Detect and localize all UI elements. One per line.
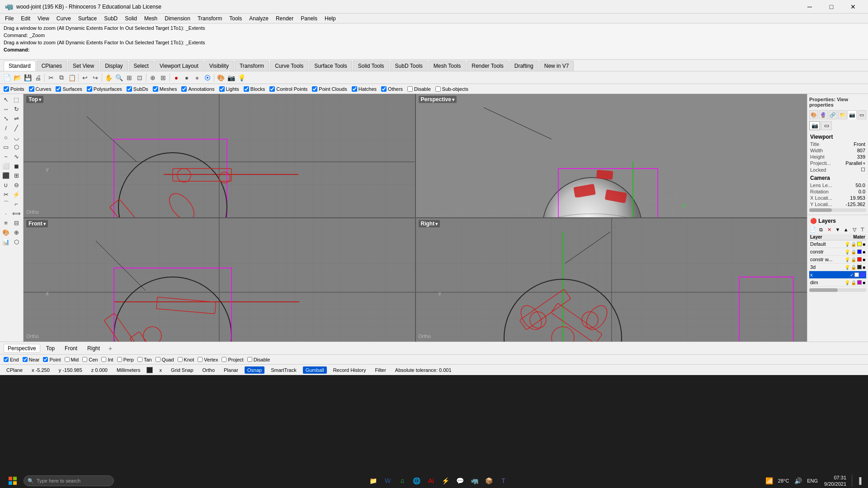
light-icon-constr[interactable]: 💡	[844, 249, 850, 254]
filter2-btn[interactable]: ⊤	[859, 226, 866, 233]
shade-icon[interactable]: ●	[182, 73, 192, 83]
viewport-right[interactable]: Right ▾	[416, 218, 807, 342]
zoom-sel-icon[interactable]: ⊡	[135, 73, 145, 83]
taskbar-lang[interactable]: ENG	[806, 474, 819, 487]
filter-point-clouds[interactable]: Point Clouds	[312, 86, 347, 92]
new-icon[interactable]: 📄	[2, 73, 12, 83]
color-dim[interactable]	[857, 280, 862, 285]
filter-control-points[interactable]: Control Points	[269, 86, 307, 92]
taskbar-spotify[interactable]: ♫	[396, 474, 409, 487]
toolbar-tab-surface-tools[interactable]: Surface Tools	[309, 61, 352, 71]
viewport-right-label[interactable]: Right ▾	[419, 220, 440, 227]
filter-disable[interactable]: Disable	[407, 86, 431, 92]
toolbar-tab-cplanes[interactable]: CPlanes	[37, 61, 67, 71]
ortho-btn[interactable]: Ortho	[200, 366, 218, 374]
move-down-btn[interactable]: ▼	[834, 226, 841, 233]
lock-icon-3d[interactable]: 🔒	[851, 265, 856, 270]
view-rect-btn[interactable]: ▭	[821, 121, 832, 130]
toolbar-tab-subd-tools[interactable]: SubD Tools	[390, 61, 428, 71]
hatch-tool[interactable]: ≡	[1, 218, 11, 227]
vp-tab-front[interactable]: Front	[61, 344, 81, 353]
taskbar-rhino[interactable]: 🦏	[468, 474, 481, 487]
filter-points[interactable]: Points	[4, 86, 24, 92]
menu-item-tools[interactable]: Tools	[226, 14, 245, 23]
polygon-tool[interactable]: ⬡	[11, 142, 21, 151]
snap-cen[interactable]: Cen	[82, 357, 98, 362]
toolbar-tab-viewport-layout[interactable]: Viewport Layout	[155, 61, 203, 71]
menu-item-file[interactable]: File	[2, 14, 16, 23]
taskbar-vscode[interactable]: ⚡	[439, 474, 452, 487]
layers-scrollbar-thumb[interactable]	[809, 288, 838, 292]
filter-surfaces[interactable]: Surfaces	[56, 86, 82, 92]
layer-item-3d[interactable]: 3d 💡 🔒 ■	[809, 263, 866, 271]
move-up-btn[interactable]: ▲	[842, 226, 849, 233]
redo-icon[interactable]: ↪	[90, 73, 100, 83]
props-tab-rect[interactable]: ▭	[858, 110, 866, 119]
trim-tool[interactable]: ✂	[1, 190, 11, 199]
layer-item-constr-w[interactable]: constr w... 💡 🔒 ■	[809, 256, 866, 263]
move-tool[interactable]: ↔	[1, 104, 11, 113]
layer-item-dim[interactable]: dim 💡 🔒 ■	[809, 279, 866, 286]
paste-icon[interactable]: 📋	[67, 73, 77, 83]
toolbar-tab-drafting[interactable]: Drafting	[509, 61, 538, 71]
menu-item-solid[interactable]: Solid	[122, 14, 140, 23]
save-icon[interactable]: 💾	[23, 73, 33, 83]
menu-item-help[interactable]: Help	[322, 14, 339, 23]
delete-layer-btn[interactable]: ✕	[826, 226, 833, 233]
taskbar-word[interactable]: W	[382, 474, 394, 487]
snap-project[interactable]: Project	[222, 357, 243, 362]
boolean-union-tool[interactable]: ∪	[1, 180, 11, 189]
vp-tab-right[interactable]: Right	[83, 344, 104, 353]
viewport-top-label[interactable]: Top ▾	[26, 96, 43, 103]
color-constr[interactable]	[857, 249, 862, 254]
color-3d[interactable]	[857, 265, 862, 269]
filter-hatches[interactable]: Hatches	[352, 86, 377, 92]
filter-others[interactable]: Others	[381, 86, 403, 92]
layer-item-x[interactable]: x ✓	[809, 271, 866, 279]
menu-item-curve[interactable]: Curve	[54, 14, 74, 23]
lock-icon-constrw[interactable]: 🔒	[851, 257, 856, 262]
menu-item-edit[interactable]: Edit	[18, 14, 33, 23]
filter-lights[interactable]: Lights	[219, 86, 239, 92]
taskbar-teams[interactable]: T	[497, 474, 510, 487]
filter-meshes[interactable]: Meshes	[153, 86, 177, 92]
viewport-perspective-label[interactable]: Perspective ▾	[419, 96, 457, 103]
color-default[interactable]	[857, 242, 862, 246]
lock-icon-dim[interactable]: 🔒	[851, 280, 856, 285]
taskbar-more[interactable]: 📦	[483, 474, 495, 487]
filter-blocks[interactable]: Blocks	[244, 86, 265, 92]
wire-icon[interactable]: ●	[171, 73, 181, 83]
taskbar-wechat[interactable]: 💬	[454, 474, 467, 487]
menu-item-transform[interactable]: Transform	[195, 14, 225, 23]
fillet-tool[interactable]: ⌒	[1, 199, 11, 208]
snap-end[interactable]: End	[4, 357, 19, 362]
menu-item-analyze[interactable]: Analyze	[246, 14, 271, 23]
lock-icon-default[interactable]: 🔒	[851, 242, 856, 247]
open-icon[interactable]: 📂	[12, 73, 22, 83]
boolean-diff-tool[interactable]: ⊖	[11, 180, 21, 189]
chamfer-tool[interactable]: ⌐	[11, 199, 21, 208]
taskbar-chrome[interactable]: 🌐	[410, 474, 423, 487]
snap-quad[interactable]: Quad	[156, 357, 174, 362]
curve-tool[interactable]: ~	[1, 152, 11, 161]
taskbar-search[interactable]: 🔍 Type here to search	[24, 475, 114, 486]
lock-icon-constr[interactable]: 🔒	[851, 249, 856, 254]
filter-subds[interactable]: SubDs	[127, 86, 148, 92]
zoom-icon[interactable]: 🔍	[114, 73, 124, 83]
taskbar-adobe[interactable]: Ai	[425, 474, 438, 487]
zoom-ext-icon[interactable]: ⊞	[124, 73, 134, 83]
snap-mid[interactable]: Mid	[65, 357, 79, 362]
toolbar-tab-visibility[interactable]: Visibility	[204, 61, 234, 71]
snap-knot[interactable]: Knot	[178, 357, 194, 362]
menu-item-panels[interactable]: Panels	[298, 14, 320, 23]
props-tab-view[interactable]: 📷	[848, 110, 856, 119]
layer-item-default[interactable]: Default 💡 🔒 ■	[809, 240, 866, 248]
gumball-btn[interactable]: Gumball	[303, 366, 327, 374]
props-tab-render[interactable]: 🔮	[819, 110, 827, 119]
loft-tool[interactable]: ⊞	[11, 171, 21, 180]
surface-tool[interactable]: ⬜	[1, 161, 11, 170]
circle-tool[interactable]: ○	[1, 133, 11, 142]
close-button[interactable]: ✕	[843, 0, 863, 14]
snap2d-tool[interactable]: ⊕	[11, 228, 21, 237]
line-tool[interactable]: /	[1, 123, 11, 132]
